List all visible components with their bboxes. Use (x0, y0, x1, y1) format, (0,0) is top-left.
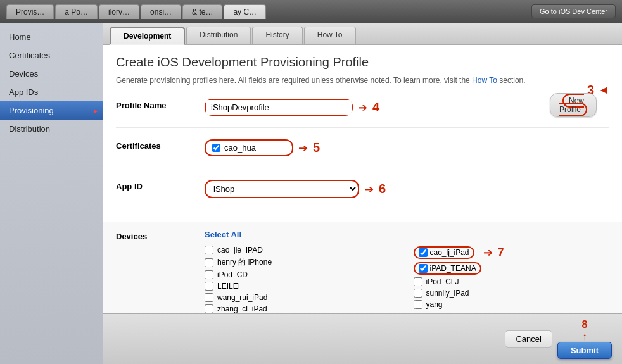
step7-arrow: ➔ (483, 246, 493, 260)
tab-howto[interactable]: How To (304, 27, 356, 44)
page-title: Create iOS Development Provisioning Prof… (116, 55, 609, 70)
profile-name-input[interactable] (206, 100, 352, 115)
top-tab-5[interactable]: & te… (182, 4, 222, 19)
top-tab-6[interactable]: ay C… (224, 4, 266, 19)
tab-distribution[interactable]: Distribution (186, 27, 251, 44)
certificates-row: Certificates cao_hua ➔ 5 (116, 139, 609, 168)
appid-select[interactable]: iShop (206, 181, 358, 197)
list-item: cao_jie_IPAD (205, 244, 401, 256)
list-item: iPod_CLJ (414, 276, 610, 287)
submit-button[interactable]: Submit (557, 342, 612, 359)
tab-development[interactable]: Development (110, 27, 185, 45)
step8-number: 8 (582, 319, 588, 330)
certificate-checkbox[interactable] (212, 144, 220, 152)
device-checkbox-wang-rui[interactable] (205, 293, 213, 302)
sidebar-item-devices[interactable]: Devices (0, 65, 103, 83)
device-checkbox-cao-lj[interactable] (419, 248, 428, 257)
top-tab-1[interactable]: Provis… (6, 4, 54, 19)
content-area: 3 ◄ New Profile Create iOS Development P… (103, 45, 622, 313)
tab-history[interactable]: History (252, 27, 302, 44)
step5-arrow: ➔ (298, 141, 308, 155)
sidebar-item-distribution[interactable]: Distribution (0, 120, 103, 138)
top-tab-3[interactable]: ilorv… (99, 4, 139, 19)
appid-row: App ID iShop ➔ 6 (116, 180, 609, 210)
step4-number: 4 (372, 100, 379, 115)
device-checkbox-admin[interactable] (414, 313, 422, 314)
sidebar-item-certificates[interactable]: Certificates (0, 46, 103, 65)
step8-arrow: ↑ (582, 332, 587, 342)
device-checkbox-sunnily[interactable] (414, 289, 422, 298)
device-checkbox-ipod-cd[interactable] (205, 270, 213, 279)
list-item: LEILEI (205, 280, 401, 292)
cancel-button[interactable]: Cancel (505, 330, 552, 348)
list-item: iPod_CD (205, 269, 401, 280)
select-all-link[interactable]: Select All (205, 230, 241, 239)
ios-dev-center-button[interactable]: Go to iOS Dev Center (531, 4, 616, 18)
step6-arrow: ➔ (364, 182, 374, 196)
device-checkbox-zhang-cl[interactable] (205, 304, 213, 313)
devices-row: Devices Select All cao_jie_IPAD h (103, 222, 622, 313)
appid-label: App ID (116, 180, 205, 191)
how-to-link[interactable]: How To (472, 76, 497, 85)
list-item: sunnily_iPad (414, 287, 610, 299)
device-checkbox-henry[interactable] (205, 258, 213, 267)
devices-grid: cao_jie_IPAD henry 的 iPhone iPod_CD (205, 244, 609, 313)
step6-number: 6 (379, 182, 386, 196)
device-checkbox-yang[interactable] (414, 300, 422, 309)
step5-number: 5 (313, 141, 320, 155)
sidebar-item-home[interactable]: Home (0, 28, 103, 46)
step3-arrow-left: ◄ (598, 84, 609, 97)
profile-name-label: Profile Name (116, 99, 205, 110)
top-tab-2[interactable]: a Po… (55, 4, 98, 19)
list-item: iPAD_TEANA (414, 261, 610, 276)
device-checkbox-cao-jie[interactable] (205, 246, 213, 254)
sidebar: Home Certificates Devices App IDs Provis… (0, 23, 103, 364)
devices-label: Devices (116, 230, 205, 241)
sidebar-item-appids[interactable]: App IDs (0, 83, 103, 101)
certificate-name: cao_hua (224, 143, 256, 153)
device-checkbox-ipod-clj[interactable] (414, 277, 422, 286)
bottom-bar: Cancel 8 ↑ Submit (103, 313, 622, 364)
top-navigation: Provis… a Po… ilorv… onsi… & te… ay C… G… (0, 0, 622, 23)
list-item: zhang_cl_iPad (205, 303, 401, 313)
list-item: "Administrator"的 iPad (414, 310, 610, 313)
device-checkbox-leilei[interactable] (205, 282, 213, 291)
list-item: wang_rui_iPad (205, 292, 401, 303)
list-item: yang (414, 299, 610, 310)
description-text: Generate provisioning profiles here. All… (116, 75, 609, 86)
top-tab-4[interactable]: onsi… (141, 4, 181, 19)
step7-number: 7 (498, 246, 504, 260)
certificates-label: Certificates (116, 139, 205, 151)
list-item: cao_lj_iPad ➔ 7 (414, 244, 610, 261)
main-area: Development Distribution History How To … (103, 23, 622, 364)
step4-arrow: ➔ (358, 101, 367, 115)
sub-tabs-bar: Development Distribution History How To (103, 23, 622, 45)
list-item: henry 的 iPhone (205, 256, 401, 269)
profile-name-row: Profile Name ➔ 4 (116, 99, 609, 128)
sidebar-item-provisioning[interactable]: Provisioning (0, 101, 103, 120)
device-checkbox-ipad-teana[interactable] (419, 264, 428, 273)
